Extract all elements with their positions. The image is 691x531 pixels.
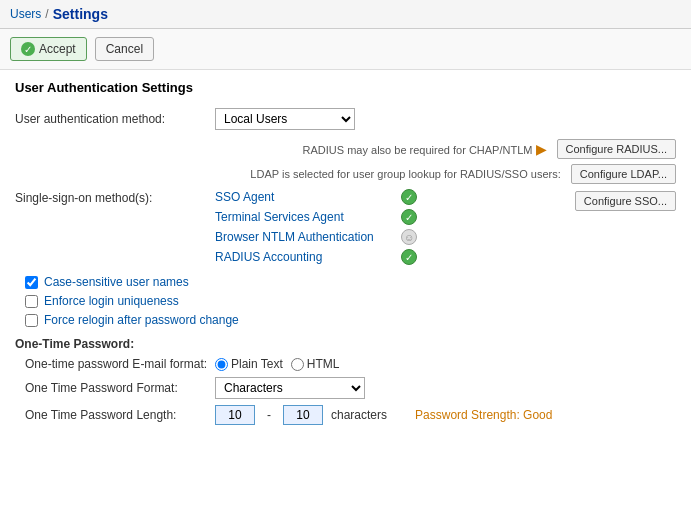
- sso-options: SSO Agent ✓ Terminal Services Agent ✓ Br…: [215, 189, 555, 265]
- configure-sso-button[interactable]: Configure SSO...: [575, 191, 676, 211]
- otp-section-title: One-Time Password:: [15, 337, 676, 351]
- sso-row: Single-sign-on method(s): SSO Agent ✓ Te…: [15, 189, 676, 265]
- sso-configure-area: Configure SSO...: [575, 189, 676, 211]
- section-title: User Authentication Settings: [15, 80, 676, 95]
- otp-format-select[interactable]: Characters Numbers Alphanumeric: [215, 377, 365, 399]
- accept-button[interactable]: ✓ Accept: [10, 37, 87, 61]
- accept-check-icon: ✓: [21, 42, 35, 56]
- sso-item-agent: SSO Agent ✓: [215, 189, 555, 205]
- otp-length-label: One Time Password Length:: [25, 408, 215, 422]
- auth-method-control: Local Users LDAP RADIUS SSO: [215, 108, 676, 130]
- breadcrumb-current: Settings: [53, 6, 108, 22]
- toolbar: ✓ Accept Cancel: [0, 29, 691, 70]
- otp-length-separator: -: [263, 408, 275, 422]
- sso-browser-ntlm-disabled-icon: ☺: [401, 229, 417, 245]
- otp-email-format-label: One-time password E-mail format:: [25, 357, 215, 371]
- otp-format-row: One Time Password Format: Characters Num…: [25, 377, 676, 399]
- sso-item-radius-accounting: RADIUS Accounting ✓: [215, 249, 555, 265]
- ldap-config-row: LDAP is selected for user group lookup f…: [15, 164, 676, 184]
- login-uniqueness-checkbox[interactable]: [25, 295, 38, 308]
- auth-method-row: User authentication method: Local Users …: [15, 107, 676, 131]
- radius-config-row: RADIUS may also be required for CHAP/NTL…: [15, 139, 676, 159]
- sso-radius-label: RADIUS Accounting: [215, 250, 395, 264]
- otp-html-option[interactable]: HTML: [291, 357, 340, 371]
- force-relogin-checkbox[interactable]: [25, 314, 38, 327]
- case-sensitive-checkbox[interactable]: [25, 276, 38, 289]
- sso-radius-check-icon: ✓: [401, 249, 417, 265]
- otp-length-unit: characters: [331, 408, 387, 422]
- otp-plain-text-option[interactable]: Plain Text: [215, 357, 283, 371]
- force-relogin-label[interactable]: Force relogin after password change: [44, 313, 239, 327]
- otp-plain-text-label: Plain Text: [231, 357, 283, 371]
- login-uniqueness-label[interactable]: Enforce login uniqueness: [44, 294, 179, 308]
- sso-label: Single-sign-on method(s):: [15, 189, 215, 205]
- breadcrumb-parent-link[interactable]: Users: [10, 7, 41, 21]
- password-strength-label: Password Strength: Good: [415, 408, 552, 422]
- configure-radius-button[interactable]: Configure RADIUS...: [557, 139, 676, 159]
- otp-email-format-row: One-time password E-mail format: Plain T…: [25, 357, 676, 371]
- otp-format-label: One Time Password Format:: [25, 381, 215, 395]
- configure-ldap-button[interactable]: Configure LDAP...: [571, 164, 676, 184]
- radius-triangle-icon: ▶: [536, 141, 547, 157]
- sso-terminal-check-icon: ✓: [401, 209, 417, 225]
- main-content: User Authentication Settings User authen…: [0, 70, 691, 441]
- sso-item-terminal: Terminal Services Agent ✓: [215, 209, 555, 225]
- cancel-button[interactable]: Cancel: [95, 37, 154, 61]
- case-sensitive-label[interactable]: Case-sensitive user names: [44, 275, 189, 289]
- sso-agent-check-icon: ✓: [401, 189, 417, 205]
- auth-method-select[interactable]: Local Users LDAP RADIUS SSO: [215, 108, 355, 130]
- breadcrumb-separator: /: [45, 7, 48, 21]
- radius-note: RADIUS may also be required for CHAP/NTL…: [303, 141, 547, 157]
- radius-note-text: RADIUS may also be required for CHAP/NTL…: [303, 144, 533, 156]
- sso-browser-ntlm-label: Browser NTLM Authentication: [215, 230, 395, 244]
- otp-html-label: HTML: [307, 357, 340, 371]
- otp-length-control: 10 - 10 characters Password Strength: Go…: [215, 405, 552, 425]
- checkbox-login-uniqueness: Enforce login uniqueness: [25, 294, 676, 308]
- otp-format-control: Characters Numbers Alphanumeric: [215, 377, 365, 399]
- otp-length-row: One Time Password Length: 10 - 10 charac…: [25, 405, 676, 425]
- otp-plain-text-radio[interactable]: [215, 358, 228, 371]
- sso-item-browser-ntlm: Browser NTLM Authentication ☺: [215, 229, 555, 245]
- otp-email-format-control: Plain Text HTML: [215, 357, 339, 371]
- ldap-note: LDAP is selected for user group lookup f…: [250, 168, 560, 180]
- auth-method-label: User authentication method:: [15, 112, 215, 126]
- sso-terminal-label: Terminal Services Agent: [215, 210, 395, 224]
- checkbox-force-relogin: Force relogin after password change: [25, 313, 676, 327]
- otp-length-max-input[interactable]: 10: [283, 405, 323, 425]
- breadcrumb: Users / Settings: [0, 0, 691, 29]
- accept-label: Accept: [39, 42, 76, 56]
- sso-agent-label: SSO Agent: [215, 190, 395, 204]
- otp-length-min-input[interactable]: 10: [215, 405, 255, 425]
- checkbox-case-sensitive: Case-sensitive user names: [25, 275, 676, 289]
- otp-html-radio[interactable]: [291, 358, 304, 371]
